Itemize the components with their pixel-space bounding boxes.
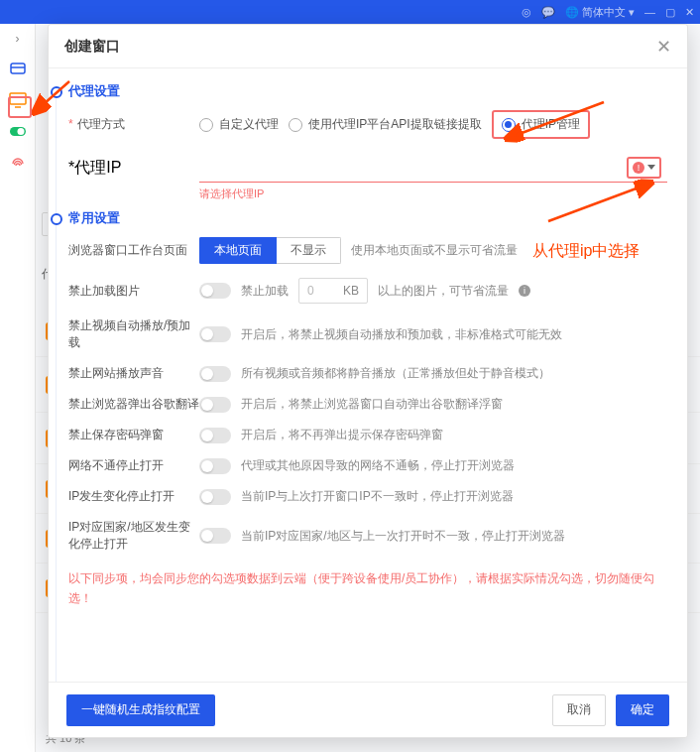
setting-hint: 开启后，将禁止视频自动播放和预加载，非标准格式可能无效	[241, 326, 562, 343]
setting-row: 禁止浏览器弹出谷歌翻译开启后，将禁止浏览器窗口自动弹出谷歌翻译浮窗	[68, 396, 667, 413]
proxy-ip-label: 代理IP	[74, 159, 121, 176]
setting-hint: 使用本地页面或不显示可省流量	[351, 242, 518, 259]
setting-label: 禁止加载图片	[68, 283, 199, 300]
annotation-arrow-2	[534, 178, 663, 227]
close-window-icon[interactable]: ✕	[685, 6, 694, 19]
error-icon: !	[633, 162, 644, 174]
toggle[interactable]	[199, 458, 231, 474]
modal-body: 代理设置 *代理方式 自定义代理 使用代理IP平台API提取链接提取 代理IP管…	[49, 68, 687, 682]
card-icon[interactable]	[9, 60, 27, 77]
setting-hint: 开启后，将不再弹出提示保存密码弹窗	[241, 427, 443, 443]
radio-custom-proxy[interactable]: 自定义代理	[199, 116, 279, 133]
modal-footer: 一键随机生成指纹配置 取消 确定	[49, 682, 687, 737]
toggle[interactable]	[199, 326, 231, 342]
svg-point-5	[17, 128, 24, 135]
setting-label: 禁止保存密码弹窗	[68, 427, 199, 443]
minimize-icon[interactable]: —	[644, 6, 655, 18]
ok-button[interactable]: 确定	[616, 694, 669, 726]
segment-option[interactable]: 本地页面	[199, 237, 277, 264]
annotation-arrow-1	[485, 96, 614, 146]
side-rail: ›	[0, 24, 36, 752]
setting-hint: 当前IP对应国家/地区与上一次打开时不一致，停止打开浏览器	[241, 528, 565, 545]
setting-label: IP对应国家/地区发生变化停止打开	[68, 519, 199, 553]
setting-row: 网络不通停止打开代理或其他原因导致的网络不通畅，停止打开浏览器	[68, 457, 667, 474]
toggle-label: 禁止加载	[241, 283, 289, 300]
rail-highlight-box	[8, 96, 32, 118]
toggle[interactable]	[199, 366, 231, 382]
toggle[interactable]	[199, 528, 231, 544]
target-icon[interactable]: ◎	[522, 6, 531, 19]
annotation-arrow-rail	[28, 77, 77, 127]
close-icon[interactable]: ✕	[656, 36, 671, 58]
random-fingerprint-button[interactable]: 一键随机生成指纹配置	[66, 694, 215, 726]
setting-row: 禁止保存密码弹窗开启后，将不再弹出提示保存密码弹窗	[68, 427, 667, 443]
setting-hint: 所有视频或音频都将静音播放（正常播放但处于静音模式）	[241, 365, 550, 382]
setting-row: 禁止网站播放声音所有视频或音频都将静音播放（正常播放但处于静音模式）	[68, 365, 667, 382]
toggle[interactable]	[199, 397, 231, 413]
setting-hint: 以上的图片，可节省流量	[378, 283, 509, 300]
setting-hint: 代理或其他原因导致的网络不通畅，停止打开浏览器	[241, 457, 515, 474]
svg-rect-0	[11, 63, 25, 73]
setting-row: 禁止视频自动播放/预加载开启后，将禁止视频自动播放和预加载，非标准格式可能无效	[68, 317, 667, 351]
lang-switch[interactable]: 🌐 简体中文 ▾	[565, 5, 635, 20]
setting-hint: 开启后，将禁止浏览器窗口自动弹出谷歌翻译浮窗	[241, 396, 503, 413]
segment-group[interactable]: 本地页面不显示	[199, 237, 341, 264]
toggle-icon[interactable]	[9, 123, 27, 141]
info-icon[interactable]: i	[519, 285, 530, 297]
collapse-icon[interactable]: ›	[16, 32, 20, 46]
setting-hint: 当前IP与上次打开窗口IP不一致时，停止打开浏览器	[241, 488, 514, 505]
toggle[interactable]	[199, 283, 231, 299]
toggle[interactable]	[199, 428, 231, 443]
modal-title: 创建窗口	[64, 38, 120, 56]
sync-warning: 以下同步项，均会同步您的勾选项数据到云端（便于跨设备使用/员工协作），请根据实际…	[68, 568, 667, 609]
cancel-button[interactable]: 取消	[552, 694, 606, 726]
setting-row: 禁止加载图片禁止加载0KB以上的图片，可节省流量i	[68, 278, 667, 304]
title-bar: ◎ 💬 🌐 简体中文 ▾ — ▢ ✕	[0, 0, 700, 24]
modal-header: 创建窗口 ✕	[49, 25, 687, 68]
setting-label: IP发生变化停止打开	[68, 488, 199, 505]
chat-icon[interactable]: 💬	[541, 6, 555, 19]
create-window-modal: 创建窗口 ✕ 代理设置 *代理方式 自定义代理 使用代理IP平台API提取链接提…	[48, 24, 688, 738]
toggle[interactable]	[199, 489, 231, 505]
fingerprint-icon[interactable]	[9, 155, 27, 173]
setting-label: 浏览器窗口工作台页面	[68, 242, 199, 259]
setting-label: 禁止视频自动播放/预加载	[68, 317, 199, 351]
setting-row: IP对应国家/地区发生变化停止打开当前IP对应国家/地区与上一次打开时不一致，停…	[68, 519, 667, 553]
setting-row: IP发生变化停止打开当前IP与上次打开窗口IP不一致时，停止打开浏览器	[68, 488, 667, 505]
segment-option[interactable]: 不显示	[277, 237, 341, 264]
setting-label: 禁止网站播放声音	[68, 365, 199, 382]
proxy-method-label: 代理方式	[77, 117, 125, 131]
radio-api-proxy[interactable]: 使用代理IP平台API提取链接提取	[289, 116, 482, 133]
setting-label: 禁止浏览器弹出谷歌翻译	[68, 396, 199, 413]
proxy-ip-select-highlight: !	[627, 157, 661, 179]
chevron-down-icon	[647, 165, 655, 170]
size-input[interactable]: 0KB	[298, 278, 368, 304]
maximize-icon[interactable]: ▢	[665, 6, 675, 19]
annotation-text: 从代理ip中选择	[532, 241, 640, 262]
setting-label: 网络不通停止打开	[68, 457, 199, 474]
